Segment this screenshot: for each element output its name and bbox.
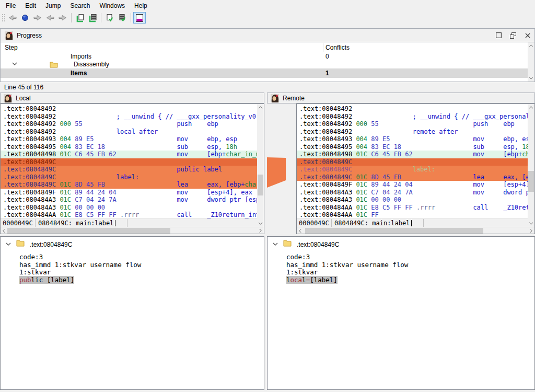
scroll-up-arrow[interactable]	[528, 104, 534, 111]
asm-line[interactable]: .text:08048492	[297, 105, 528, 113]
asm-line[interactable]: .text:0804849C	[297, 158, 528, 166]
scrollbar-thumb[interactable]	[258, 175, 263, 195]
docs-check-button[interactable]	[116, 12, 129, 24]
asm-line[interactable]: .text:08048492 ; __unwind { // ___gxx_pe…	[297, 113, 528, 121]
detail-diff-line[interactable]: public [label]	[19, 276, 264, 284]
asm-line[interactable]: .text:08048492 local after	[1, 128, 257, 136]
asm-line[interactable]: .text:08048492 remote after	[297, 128, 528, 136]
asm-line[interactable]: .text:080484A3 01C 00 00 00	[1, 204, 257, 212]
asm-line[interactable]: .text:08048492 000 55 push ebp	[1, 120, 257, 128]
maximize-button[interactable]	[495, 32, 502, 39]
menu-help[interactable]: Help	[130, 0, 152, 11]
scroll-up-arrow[interactable]	[528, 42, 534, 49]
asm-line[interactable]: .text:08048492	[1, 105, 257, 113]
step-column-header[interactable]: Step	[5, 42, 18, 53]
tree-vertical-scrollbar[interactable]	[528, 42, 534, 82]
remote-pane-header[interactable]: Remote	[267, 93, 535, 103]
menu-file[interactable]: File	[1, 0, 20, 11]
doc-check-button[interactable]	[103, 12, 116, 24]
asm-line[interactable]: .text:0804849C public label	[1, 166, 257, 174]
scroll-right-arrow[interactable]	[257, 227, 264, 234]
float-button[interactable]	[509, 32, 517, 39]
asm-line[interactable]: .text:08048493 004 89 E5 mov ebp, esp	[1, 135, 257, 143]
forward-arrow-icon	[33, 14, 42, 22]
asm-line[interactable]: .text:0804849C label:	[1, 174, 257, 181]
local-horizontal-scrollbar[interactable]	[1, 227, 264, 234]
detail-line[interactable]: code:3	[19, 253, 264, 261]
asm-line[interactable]: .text:08048498 01C C6 45 FB 62 mov [ebp+…	[297, 151, 528, 158]
remote-detail-panel: .text:0804849C code:3has_immd 1:stkvar u…	[267, 236, 535, 390]
asm-line[interactable]: .text:080484AA 01C E8 C5 FF FF .rrrr cal…	[1, 211, 257, 218]
chevron-down-icon[interactable]	[6, 243, 11, 246]
docs-green-button[interactable]	[86, 12, 99, 24]
tree-row-imports[interactable]: Imports0	[1, 53, 528, 61]
menu-edit[interactable]: Edit	[20, 0, 41, 11]
local-pane-header[interactable]: Local	[0, 93, 264, 103]
asm-line[interactable]: .text:08048493 004 89 E5 mov ebp, es	[297, 135, 528, 143]
local-vertical-scrollbar[interactable]	[257, 104, 264, 227]
scroll-down-arrow[interactable]	[528, 75, 534, 82]
detail-address[interactable]: .text:0804849C	[297, 241, 339, 248]
scroll-down-arrow[interactable]	[528, 220, 534, 227]
asm-line[interactable]: .text:08048495 004 83 EC 18 sub esp, 18h	[1, 143, 257, 151]
folder-icon	[50, 61, 58, 68]
next-arrow-icon	[58, 14, 67, 22]
asm-line[interactable]: .text:0804849C label:	[297, 166, 528, 174]
doc-green-button[interactable]	[74, 12, 86, 24]
tree-row-items[interactable]: Items1	[1, 68, 528, 78]
scroll-left-arrow[interactable]	[1, 227, 7, 234]
toolbar-drag-handle[interactable]	[1, 13, 5, 22]
split-view-button[interactable]	[133, 12, 146, 24]
asm-line[interactable]: .text:0804849F 01C 89 44 24 04 mov [esp+…	[297, 181, 528, 189]
detail-line[interactable]: 1:stkvar	[19, 269, 264, 276]
asm-line[interactable]: .text:08048498 01C C6 45 FB 62 mov [ebp+…	[1, 151, 257, 158]
tree-row-disassembly[interactable]: Disassembly	[1, 61, 528, 68]
progress-titlebar[interactable]: Progress	[1, 29, 534, 42]
asm-line[interactable]: .text:0804849C 01C 8D 45 FB lea eax, [eb…	[1, 181, 257, 189]
asm-line[interactable]: .text:0804849C	[1, 158, 257, 166]
detail-address[interactable]: .text:0804849C	[30, 241, 72, 248]
menu-windows[interactable]: Windows	[95, 0, 130, 11]
asm-line[interactable]: .text:08048492 000 55 push ebp	[297, 120, 528, 128]
scroll-right-arrow[interactable]	[528, 227, 534, 234]
asm-line[interactable]: .text:08048495 004 83 EC 18 sub esp, 18	[297, 143, 528, 151]
asm-line[interactable]: .text:080484A3 01C C7 04 24 7A mov dword…	[297, 189, 528, 197]
conflicts-value: 1	[325, 68, 329, 78]
scroll-left-arrow[interactable]	[297, 227, 304, 234]
forward-arrow-button[interactable]	[31, 12, 44, 24]
asm-line[interactable]: .text:0804849F 01C 89 44 24 04 mov [esp+…	[1, 189, 257, 197]
menu-jump[interactable]: Jump	[41, 0, 65, 11]
chevron-down-icon[interactable]	[12, 62, 17, 66]
diff-highlight: public [label]	[19, 276, 74, 284]
scrollbar-thumb[interactable]	[528, 171, 534, 192]
detail-diff-line[interactable]: local=[label]	[286, 276, 534, 284]
detail-line[interactable]: has_immd 1:stkvar username flow	[19, 261, 264, 269]
next-arrow-button[interactable]	[56, 12, 69, 24]
detail-line[interactable]: has_immd 1:stkvar username flow	[286, 261, 534, 269]
scrollbar-thumb[interactable]	[7, 228, 170, 234]
conflicts-column-header[interactable]: Conflicts	[325, 42, 350, 53]
asm-line[interactable]: .text:08048492 ; __unwind { // ___gxx_pe…	[1, 113, 257, 121]
local-detail-lines: code:3has_immd 1:stkvar username flow1:s…	[1, 250, 264, 284]
remote-vertical-scrollbar[interactable]	[528, 104, 534, 227]
menu-search[interactable]: Search	[65, 0, 95, 11]
current-position-button[interactable]	[19, 12, 31, 24]
column-divider[interactable]	[323, 43, 323, 52]
tree-row-label: Items	[71, 68, 87, 78]
detail-line[interactable]: 1:stkvar	[286, 269, 534, 276]
asm-line[interactable]: .text:080484A3 01C 00 00 00	[297, 196, 528, 204]
asm-line[interactable]: .text:080484A3 01C C7 04 24 7A mov dword…	[1, 196, 257, 204]
scroll-up-arrow[interactable]	[257, 104, 264, 111]
prev-arrow-button[interactable]	[44, 12, 56, 24]
scroll-down-arrow[interactable]	[257, 220, 264, 227]
asm-line[interactable]: .text:080484AA 01C FF	[297, 211, 528, 218]
text-cursor	[411, 220, 412, 226]
detail-line[interactable]: code:3	[286, 253, 534, 261]
chevron-down-icon[interactable]	[273, 243, 278, 246]
remote-horizontal-scrollbar[interactable]	[297, 227, 534, 234]
asm-line[interactable]: .text:0804849C 01C 8D 45 FB lea eax, [e	[297, 174, 528, 181]
back-arrow-button[interactable]	[6, 12, 19, 24]
scrollbar-thumb[interactable]	[305, 228, 483, 234]
asm-line[interactable]: .text:080484AA 01C E8 C5 FF FF .rrrr cal…	[297, 204, 528, 212]
close-button[interactable]	[524, 32, 531, 39]
